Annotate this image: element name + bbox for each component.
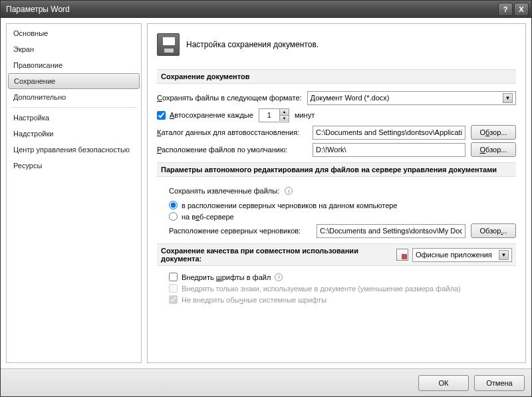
browse-autorecover-button[interactable]: Обзор... xyxy=(471,125,516,140)
spinner-down-icon[interactable]: ▼ xyxy=(279,115,289,121)
title-bar: Параметры Word ? X xyxy=(1,1,531,18)
checkbox-autosave[interactable]: Автосохранение каждые xyxy=(157,110,253,121)
help-button[interactable]: ? xyxy=(498,3,513,16)
checkbox-embed-fonts[interactable]: Внедрить шрифты в файл i xyxy=(169,271,516,283)
combo-quality-target[interactable]: Офисные приложения ▼ xyxy=(412,248,512,262)
input-drafts-location[interactable] xyxy=(317,224,466,238)
sidebar-item-customize[interactable]: Настройка xyxy=(7,110,141,126)
label-default-location: Расположение файлов по умолчанию: xyxy=(157,146,307,154)
label-save-format: Сохранять файлы в следующем формате: xyxy=(157,94,302,102)
input-default-location[interactable] xyxy=(313,143,466,157)
radio-server-drafts-local[interactable]: в расположении серверных черновиков на д… xyxy=(169,199,516,211)
group-save-documents: Сохранение документов xyxy=(157,69,516,84)
sidebar-item-trust-center[interactable]: Центр управления безопасностью xyxy=(7,142,141,158)
ok-button[interactable]: ОК xyxy=(418,375,469,391)
browse-drafts-button[interactable]: Обзор... xyxy=(471,223,516,238)
category-sidebar: Основные Экран Правописание Сохранение Д… xyxy=(6,23,142,363)
info-icon[interactable]: i xyxy=(275,273,283,281)
sidebar-item-display[interactable]: Экран xyxy=(7,41,141,57)
checkbox-embed-only-used: Внедрять только знаки, используемые в до… xyxy=(169,283,516,294)
sidebar-item-save[interactable]: Сохранение xyxy=(8,73,140,89)
close-button[interactable]: X xyxy=(514,3,529,16)
sidebar-item-addins[interactable]: Надстройки xyxy=(7,126,141,142)
label-save-checked-out: Сохранять извлеченные файлы: xyxy=(169,187,279,195)
spinner-up-icon[interactable]: ▲ xyxy=(279,109,289,115)
input-autorecover-path[interactable] xyxy=(313,126,466,140)
label-drafts-location: Расположение серверных черновиков: xyxy=(169,227,311,235)
label-autorecover-path: Каталог данных для автовосстановления: xyxy=(157,128,307,136)
radio-web-server[interactable]: на веб-сервере xyxy=(169,211,516,222)
settings-panel: Настройка сохранения документов. Сохране… xyxy=(147,23,526,363)
sidebar-item-proofing[interactable]: Правописание xyxy=(7,57,141,73)
browse-default-location-button[interactable]: Обзор... xyxy=(471,142,516,157)
group-offline-editing: Параметры автономного редактирования для… xyxy=(157,162,516,177)
sidebar-separator xyxy=(11,107,137,108)
sidebar-item-advanced[interactable]: Дополнительно xyxy=(7,89,141,105)
dialog-footer: ОК Отмена xyxy=(1,368,531,396)
chevron-down-icon: ▼ xyxy=(503,93,513,103)
label-minutes: минут xyxy=(295,111,315,119)
info-icon[interactable]: i xyxy=(285,187,293,195)
sidebar-item-resources[interactable]: Ресурсы xyxy=(7,158,141,174)
chevron-down-icon: ▼ xyxy=(499,250,509,260)
save-floppy-icon xyxy=(157,33,180,56)
document-icon xyxy=(396,249,408,261)
combo-save-format[interactable]: Документ Word (*.docx) ▼ xyxy=(307,91,516,105)
sidebar-item-general[interactable]: Основные xyxy=(7,25,141,41)
spinner-autosave-interval[interactable]: ▲ ▼ xyxy=(259,108,289,122)
dialog-window: Параметры Word ? X Основные Экран Правоп… xyxy=(0,0,532,397)
cancel-button[interactable]: Отмена xyxy=(474,375,525,391)
checkbox-no-system-fonts: Не внедрять обычные системные шрифты xyxy=(169,294,516,305)
group-preserve-quality: Сохранение качества при совместном испол… xyxy=(157,243,516,266)
window-title: Параметры Word xyxy=(6,5,497,14)
page-subtitle: Настройка сохранения документов. xyxy=(186,40,319,49)
